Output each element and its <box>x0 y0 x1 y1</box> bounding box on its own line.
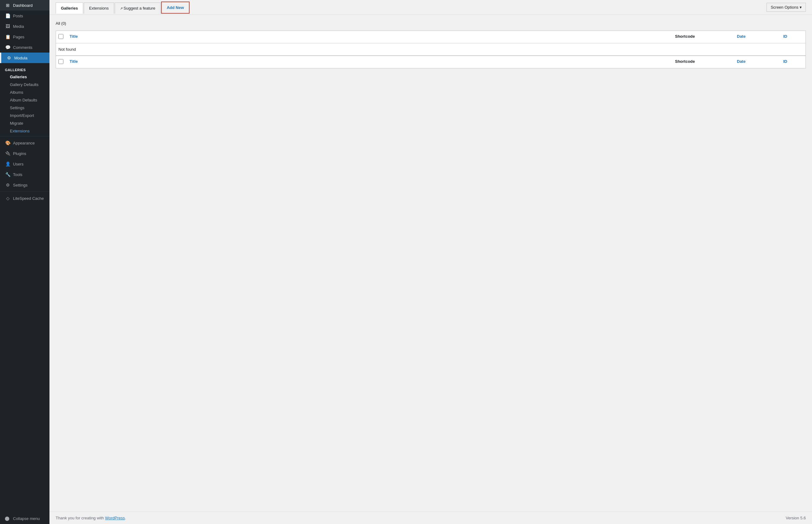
sidebar-item-label: LiteSpeed Cache <box>13 196 44 201</box>
modula-icon: ⚙ <box>6 55 12 61</box>
col-shortcode-footer: Shortcode <box>673 56 734 68</box>
litespeed-icon: ◇ <box>5 196 11 201</box>
select-all-col <box>56 31 67 43</box>
col-title[interactable]: Title <box>67 31 673 43</box>
submenu-item-extensions[interactable]: Extensions <box>0 127 49 135</box>
select-all-col-footer <box>56 56 67 68</box>
sidebar-item-label: Settings <box>13 183 28 187</box>
media-icon: 🖼 <box>5 23 11 29</box>
submenu-item-migrate[interactable]: Migrate <box>0 119 49 127</box>
sidebar-item-plugins[interactable]: 🔌 Plugins <box>0 148 49 159</box>
footer-credit: Thank you for creating with WordPress. <box>56 515 126 520</box>
sidebar-item-label: Pages <box>13 35 24 39</box>
settings-icon: ⚙ <box>5 182 11 188</box>
wordpress-link[interactable]: WordPress <box>105 515 125 520</box>
submenu-item-galleries[interactable]: Galleries <box>0 73 49 81</box>
plugins-icon: 🔌 <box>5 151 11 156</box>
sidebar-item-label: Plugins <box>13 151 26 156</box>
collapse-menu-button[interactable]: Collapse menu <box>0 513 49 524</box>
sidebar-item-label: Dashboard <box>13 3 33 8</box>
sidebar-item-users[interactable]: 👤 Users <box>0 159 49 169</box>
users-icon: 👤 <box>5 161 11 167</box>
sidebar-item-modula[interactable]: ⚙ Modula <box>0 53 49 63</box>
sidebar-item-dashboard[interactable]: ⊞ Dashboard <box>0 0 49 11</box>
submenu-item-settings[interactable]: Settings <box>0 104 49 112</box>
col-title-footer[interactable]: Title <box>67 56 673 68</box>
appearance-icon: 🎨 <box>5 140 11 146</box>
sidebar-divider-1 <box>0 136 49 136</box>
sidebar-divider-2 <box>0 192 49 192</box>
col-id-footer[interactable]: ID <box>781 56 806 68</box>
all-count: All (0) <box>56 21 806 26</box>
sidebar-item-pages[interactable]: 📋 Pages <box>0 32 49 42</box>
col-shortcode: Shortcode <box>673 31 734 43</box>
tab-suggest-feature[interactable]: ↗Suggest a feature <box>115 2 161 14</box>
sidebar-item-media[interactable]: 🖼 Media <box>0 21 49 32</box>
submenu-item-gallery-defaults[interactable]: Gallery Defaults <box>0 81 49 88</box>
topbar: Galleries Extensions ↗Suggest a feature … <box>49 0 812 15</box>
submenu-item-import-export[interactable]: Import/Export <box>0 112 49 119</box>
collapse-menu-label: Collapse menu <box>13 516 40 521</box>
submenu-item-albums[interactable]: Albums <box>0 88 49 96</box>
posts-icon: 📄 <box>5 13 11 19</box>
external-link-icon: ↗ <box>120 6 123 10</box>
galleries-submenu: Galleries Gallery Defaults Albums Album … <box>0 73 49 135</box>
sidebar-item-posts[interactable]: 📄 Posts <box>0 11 49 21</box>
page-footer: Thank you for creating with WordPress. V… <box>49 512 812 524</box>
table-footer: Title Shortcode Date ID <box>56 56 806 68</box>
screen-options-button[interactable]: Screen Options ▾ <box>766 3 806 12</box>
col-date[interactable]: Date <box>734 31 781 43</box>
galleries-section-label: Galleries <box>0 63 49 73</box>
sidebar-item-label: Users <box>13 162 23 166</box>
col-id[interactable]: ID <box>781 31 806 43</box>
tab-extensions[interactable]: Extensions <box>84 2 114 14</box>
sidebar-item-label: Media <box>13 24 24 29</box>
table-header: Title Shortcode Date ID <box>56 31 806 43</box>
comments-icon: 💬 <box>5 45 11 50</box>
content-area: All (0) Title Shortcode Date ID <box>49 15 812 512</box>
sidebar-item-comments[interactable]: 💬 Comments <box>0 42 49 53</box>
main-content-area: Galleries Extensions ↗Suggest a feature … <box>49 0 812 524</box>
select-all-checkbox[interactable] <box>58 34 63 39</box>
sidebar: ⊞ Dashboard 📄 Posts 🖼 Media 📋 Pages 💬 Co… <box>0 0 49 524</box>
sidebar-item-settings[interactable]: ⚙ Settings <box>0 180 49 190</box>
sidebar-item-tools[interactable]: 🔧 Tools <box>0 169 49 180</box>
chevron-down-icon: ▾ <box>800 5 802 10</box>
tab-bar: Galleries Extensions ↗Suggest a feature … <box>56 1 190 13</box>
tools-icon: 🔧 <box>5 172 11 177</box>
sidebar-item-label: Modula <box>14 56 28 60</box>
sidebar-item-label: Appearance <box>13 141 35 145</box>
tab-add-new[interactable]: Add New <box>161 2 189 14</box>
footer-version: Version 5.6 <box>786 515 806 520</box>
sidebar-item-litespeed[interactable]: ◇ LiteSpeed Cache <box>0 193 49 203</box>
sidebar-item-appearance[interactable]: 🎨 Appearance <box>0 138 49 148</box>
col-date-footer[interactable]: Date <box>734 56 781 68</box>
sidebar-item-label: Posts <box>13 14 23 18</box>
not-found-row: Not found <box>56 43 806 56</box>
submenu-item-album-defaults[interactable]: Album Defaults <box>0 96 49 104</box>
dashboard-icon: ⊞ <box>5 2 11 8</box>
sidebar-item-label: Comments <box>13 45 32 50</box>
select-all-checkbox-footer[interactable] <box>58 59 63 64</box>
collapse-icon <box>5 517 9 521</box>
pages-icon: 📋 <box>5 34 11 39</box>
sidebar-item-label: Tools <box>13 172 22 177</box>
tab-galleries[interactable]: Galleries <box>56 2 83 14</box>
galleries-table: Title Shortcode Date ID Not found <box>56 31 806 68</box>
